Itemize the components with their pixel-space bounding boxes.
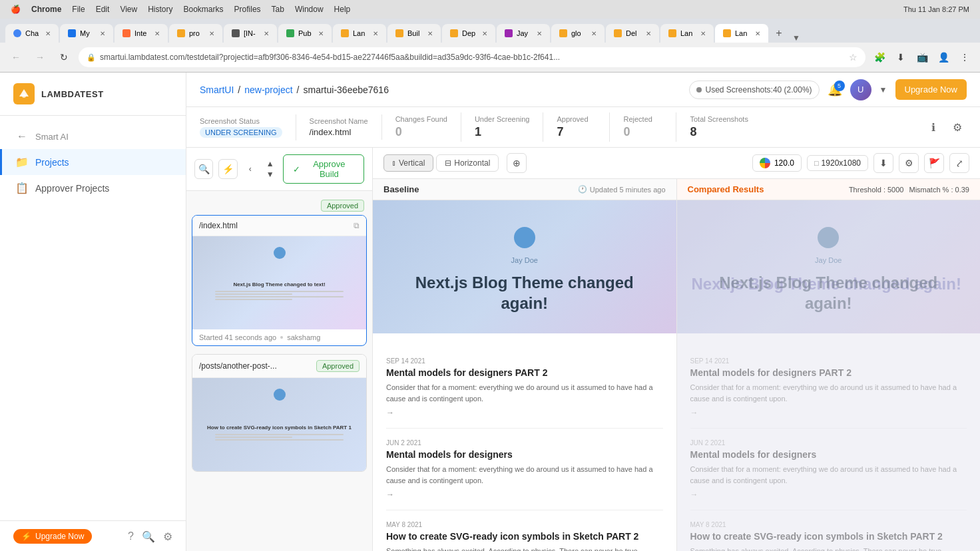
tab-close-cha[interactable]: ✕ <box>45 30 51 37</box>
breadcrumb-project[interactable]: new-project <box>244 85 292 95</box>
menu-history[interactable]: History <box>148 5 172 14</box>
comparison-actions: 120.0 □ 1920x1080 ⬇ ⚙ 🚩 ⤤ <box>752 153 969 173</box>
tab-pub[interactable]: Pub ✕ <box>278 24 332 43</box>
menu-icon[interactable]: ⋮ <box>956 49 973 66</box>
sidebar-item-projects[interactable]: 📁 Projects <box>0 149 186 175</box>
tab-del[interactable]: Del ✕ <box>606 24 659 43</box>
info-icon[interactable]: ℹ <box>924 118 943 136</box>
menu-window[interactable]: Window <box>295 5 324 14</box>
gear-settings-icon[interactable]: ⚙ <box>948 118 967 136</box>
sidebar-item-approver-projects[interactable]: 📋 Approver Projects <box>0 175 186 201</box>
nav-arrows-group: ‹ <box>243 164 258 174</box>
tab-label-in: [IN- <box>244 29 260 37</box>
menu-bookmarks[interactable]: Bookmarks <box>184 5 224 14</box>
tab-close-my[interactable]: ✕ <box>100 30 105 37</box>
thumb-line-p2 <box>215 437 292 438</box>
up-arrow-icon[interactable]: ▲ <box>263 158 278 169</box>
menu-file[interactable]: File <box>72 5 85 14</box>
tab-close-lan-active[interactable]: ✕ <box>755 30 760 37</box>
tab-expand[interactable]: ▼ <box>792 33 800 43</box>
help-icon[interactable]: ? <box>128 530 134 543</box>
settings-compare-button[interactable]: ⚙ <box>899 153 919 173</box>
tab-lan-active[interactable]: Lan ✕ <box>715 24 768 43</box>
tab-cha[interactable]: Cha ✕ <box>5 24 59 43</box>
stat-screenshot-status: Screenshot Status UNDER SCREENING <box>200 114 296 140</box>
tab-in[interactable]: [IN- ✕ <box>224 24 277 43</box>
approver-projects-icon: 📋 <box>15 182 29 194</box>
tab-close-lan1[interactable]: ✕ <box>373 30 378 37</box>
forward-button[interactable]: → <box>31 48 49 67</box>
sidebar-back-smartai[interactable]: ← Smart AI <box>0 124 186 149</box>
copy-icon-index[interactable]: ⧉ <box>354 221 360 230</box>
search-list-button[interactable]: 🔍 <box>194 159 213 179</box>
screenshot-item-posts[interactable]: /posts/another-post-... Approved How to … <box>192 354 367 472</box>
apple-menu[interactable]: 🍎 <box>11 5 21 14</box>
tab-close-glo[interactable]: ✕ <box>591 30 597 37</box>
tab-jay[interactable]: Jay ✕ <box>497 24 550 43</box>
tab-lan1[interactable]: Lan ✕ <box>333 24 386 43</box>
tab-glo[interactable]: glo ✕ <box>551 24 605 43</box>
breadcrumb-root[interactable]: SmartUI <box>200 85 234 95</box>
tab-favicon-dep <box>450 29 458 37</box>
menu-help[interactable]: Help <box>334 5 351 14</box>
tab-close-del[interactable]: ✕ <box>646 30 651 37</box>
app-menu-chrome[interactable]: Chrome <box>31 5 61 14</box>
tab-close-pro[interactable]: ✕ <box>209 30 214 37</box>
tab-favicon-pub <box>286 29 294 37</box>
tab-buil[interactable]: Buil ✕ <box>387 24 441 43</box>
down-arrow-icon[interactable]: ▼ <box>263 169 278 180</box>
tab-favicon-my <box>68 29 76 37</box>
avatar-dropdown-icon[interactable]: ▼ <box>879 85 887 94</box>
svg-point-0 <box>22 94 26 98</box>
reload-button[interactable]: ↻ <box>55 48 73 67</box>
download-icon[interactable]: ⬇ <box>892 49 909 66</box>
share-button[interactable]: ⤤ <box>949 153 969 173</box>
tab-close-jay[interactable]: ✕ <box>537 30 542 37</box>
settings-icon[interactable]: ⚙ <box>163 530 172 543</box>
tab-close-pub[interactable]: ✕ <box>318 30 324 37</box>
prev-arrow-icon[interactable]: ‹ <box>243 164 258 174</box>
horizontal-view-button[interactable]: ⊟ Horizontal <box>436 154 499 172</box>
overlay-button[interactable]: ⊕ <box>507 153 527 173</box>
notification-bell-icon[interactable]: 🔔 5 <box>828 83 842 96</box>
used-dot-icon <box>696 87 702 92</box>
flag-button[interactable]: 🚩 <box>924 153 944 173</box>
thumb-line-1 <box>215 291 344 292</box>
chrome-zoom-control[interactable]: 120.0 <box>752 154 802 172</box>
tab-close-buil[interactable]: ✕ <box>427 30 433 37</box>
tab-close-dep[interactable]: ✕ <box>482 30 487 37</box>
upgrade-now-button[interactable]: Upgrade Now <box>895 79 967 100</box>
download-screenshot-button[interactable]: ⬇ <box>873 153 893 173</box>
tab-lan2[interactable]: Lan ✕ <box>660 24 714 43</box>
bookmark-icon[interactable]: ☆ <box>849 52 858 63</box>
upgrade-now-sidebar[interactable]: ⚡ Upgrade Now <box>13 529 92 544</box>
tab-pro[interactable]: pro ✕ <box>169 24 222 43</box>
blog-post-text-2: Something has always excited. According … <box>386 546 663 551</box>
tab-dep[interactable]: Dep ✕ <box>442 24 495 43</box>
menu-profiles[interactable]: Profiles <box>234 5 261 14</box>
avatar[interactable]: U <box>850 79 871 100</box>
tab-close-lan2[interactable]: ✕ <box>700 30 706 37</box>
menu-edit[interactable]: Edit <box>96 5 110 14</box>
url-input[interactable] <box>100 53 849 62</box>
back-button[interactable]: ← <box>7 48 25 67</box>
screencast-icon[interactable]: 📺 <box>913 49 931 66</box>
tab-close-in[interactable]: ✕ <box>264 30 269 37</box>
screenshot-item-index[interactable]: /index.html ⧉ Next.js Blog Theme changed… <box>192 215 367 346</box>
profile-icon[interactable]: 👤 <box>935 49 952 66</box>
vertical-view-button[interactable]: ⫾ Vertical <box>383 154 433 172</box>
tab-close-inte[interactable]: ✕ <box>154 30 160 37</box>
search-icon[interactable]: 🔍 <box>142 530 155 543</box>
filter-button[interactable]: ⚡ <box>218 159 237 179</box>
tab-favicon-pro <box>177 29 185 37</box>
extensions-icon[interactable]: 🧩 <box>871 49 888 66</box>
mac-statusbar: Thu 11 Jan 8:27 PM <box>903 5 969 13</box>
menu-view[interactable]: View <box>120 5 137 14</box>
tab-my[interactable]: My ✕ <box>60 24 113 43</box>
menu-tab[interactable]: Tab <box>272 5 284 14</box>
tab-inte[interactable]: Inte ✕ <box>115 24 168 43</box>
approve-build-button[interactable]: ✓ Approve Build <box>283 154 364 184</box>
new-tab-button[interactable]: + <box>770 24 788 43</box>
blog-post-list-compared: SEP 14 2021 Mental models for designers … <box>677 333 981 551</box>
url-bar[interactable]: 🔒 ☆ <box>79 47 865 67</box>
